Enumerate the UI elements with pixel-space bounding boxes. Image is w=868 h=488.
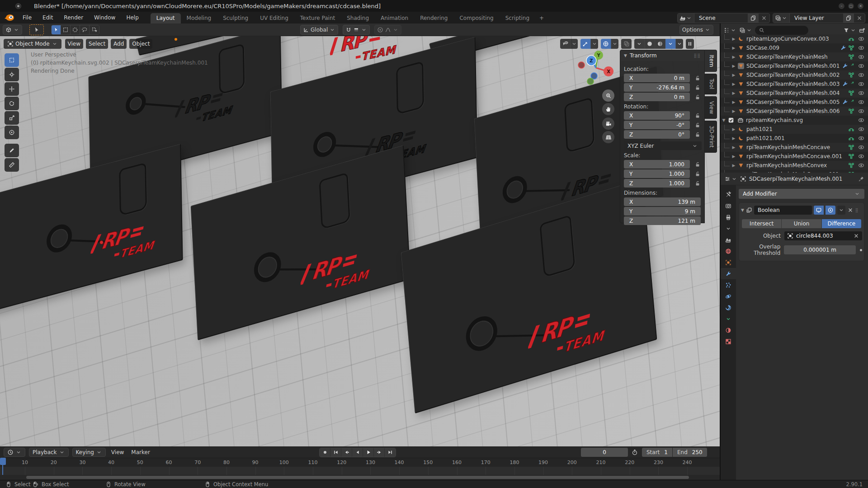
expand-icon[interactable]: ▶ (731, 145, 737, 150)
properties-tab-object[interactable] (721, 257, 736, 268)
boolean-object-field[interactable]: circle844.003 (784, 231, 862, 240)
menu-edit[interactable]: Edit (37, 12, 58, 23)
tool-scale[interactable] (5, 111, 19, 125)
outliner-row[interactable]: ▶rpiteamLogoCurveConvex.003 (721, 34, 868, 43)
properties-tab-object-data[interactable] (721, 313, 736, 324)
menu-file[interactable]: File (17, 12, 37, 23)
editor-type-selector[interactable] (3, 25, 22, 35)
transform-field-location-x[interactable]: X0 m (624, 74, 690, 82)
transport-key-prev[interactable] (341, 448, 352, 457)
add-modifier-button[interactable]: Add Modifier (739, 189, 864, 199)
current-frame-field[interactable]: 0 (581, 448, 628, 457)
outliner-display-mode-dropdown[interactable] (723, 27, 736, 33)
expand-icon[interactable]: ▶ (731, 64, 737, 68)
boolean-op-intersect[interactable]: Intersect (742, 219, 781, 228)
workspace-tab-rendering[interactable]: Rendering (414, 13, 453, 23)
transform-field-dimensions-x[interactable]: X139 m (624, 197, 701, 206)
keychain-logo-red[interactable]: RP TEAM (90, 209, 179, 273)
select-mode-tweak[interactable] (52, 25, 61, 34)
workspace-tab-uv-editing[interactable]: UV Editing (254, 13, 294, 23)
transport-key-next[interactable] (374, 448, 385, 457)
boolean-op-union[interactable]: Union (782, 219, 821, 228)
expand-icon[interactable]: ▼ (721, 118, 727, 122)
properties-tab-output[interactable] (721, 211, 736, 223)
close-button[interactable]: ✕ (858, 3, 863, 9)
select-mode-select-circle[interactable] (71, 25, 80, 34)
transform-field-scale-x[interactable]: X1.000 (624, 160, 690, 169)
outliner-row[interactable]: ▶SDCaserpiTeamKeychainMesh.002 (721, 70, 868, 80)
hide-in-viewport-toggle[interactable] (858, 108, 864, 115)
select-mode-select-extend[interactable] (90, 25, 99, 34)
tool-cursor[interactable] (5, 68, 19, 81)
new-collection-button[interactable] (859, 27, 865, 33)
outliner-row[interactable]: ▶path1021.001 (721, 134, 868, 143)
transform-orientation-dropdown[interactable]: Global (300, 25, 338, 35)
add-workspace-button[interactable]: + (535, 13, 548, 23)
frame-end-field[interactable]: End250 (673, 448, 707, 457)
lock-open-icon[interactable] (694, 75, 701, 81)
timeline-scrollbar[interactable] (0, 475, 720, 480)
outliner-row[interactable]: ▶rpiTeamKeychainMeshConcave.001 (721, 152, 868, 161)
hide-in-viewport-toggle[interactable] (858, 144, 864, 151)
clear-object-button[interactable] (853, 233, 859, 239)
hide-in-viewport-toggle[interactable] (858, 117, 864, 124)
viewport-menu-add[interactable]: Add (111, 39, 127, 49)
properties-tab-view-layer[interactable] (721, 223, 736, 234)
hide-in-viewport-toggle[interactable] (858, 36, 864, 42)
editor-divider[interactable] (720, 23, 721, 480)
unlink-scene-button[interactable] (759, 14, 769, 23)
transform-field-rotation-y[interactable]: Y-0° (624, 121, 690, 129)
properties-tab-texture[interactable] (721, 336, 736, 347)
expand-icon[interactable]: ▶ (731, 82, 737, 86)
outliner-row[interactable]: ▶SDCaserpiTeamKeychainMesh (721, 52, 868, 61)
timeline-track[interactable] (0, 467, 720, 475)
pan-hand-button[interactable] (602, 103, 614, 115)
transform-field-location-z[interactable]: Z0 m (624, 93, 690, 101)
hide-in-viewport-toggle[interactable] (858, 126, 864, 133)
transform-field-rotation-x[interactable]: X90° (624, 111, 690, 120)
outliner-row[interactable]: ▶rpiTeamKeychainMeshConcave (721, 143, 868, 152)
sidebar-tab-item[interactable]: Item (705, 50, 717, 72)
properties-tab-constraints[interactable] (721, 302, 736, 313)
sidebar-tab-view[interactable]: View (705, 96, 717, 119)
properties-tab-world[interactable] (721, 245, 736, 257)
tool-annotate[interactable] (5, 144, 19, 157)
show-in-viewport-toggle[interactable] (814, 206, 824, 215)
outliner-row[interactable]: ▶SDCase.009 (721, 43, 868, 52)
properties-tab-render[interactable] (721, 200, 736, 211)
proportional-editing-controls[interactable] (374, 25, 401, 35)
hide-in-viewport-toggle[interactable] (858, 153, 864, 160)
tool-move[interactable] (5, 82, 19, 96)
delete-modifier-button[interactable] (847, 207, 854, 214)
options-dropdown[interactable]: Options (679, 25, 713, 35)
expand-icon[interactable]: ▶ (731, 73, 737, 77)
collapse-triangle-icon[interactable]: ▼ (624, 53, 627, 58)
hide-in-viewport-toggle[interactable] (858, 54, 864, 61)
modifier-name-field[interactable]: Boolean (754, 206, 812, 215)
lock-open-icon[interactable] (694, 180, 701, 187)
tool-select-box[interactable] (5, 53, 19, 67)
collection-checkbox[interactable] (728, 117, 734, 123)
properties-tab-material[interactable] (721, 324, 736, 336)
hide-in-viewport-toggle[interactable] (858, 45, 864, 52)
expand-icon[interactable]: ▶ (731, 136, 737, 141)
shading-solid-button[interactable] (645, 39, 655, 49)
expand-icon[interactable]: ▶ (731, 109, 737, 113)
outliner-row[interactable]: ▶path1021 (721, 125, 868, 134)
boolean-op-difference[interactable]: Difference (822, 219, 861, 228)
expand-icon[interactable]: ▶ (731, 91, 737, 95)
tool-measure[interactable] (5, 158, 19, 172)
viewport-menu-view[interactable]: View (65, 39, 83, 49)
properties-tab-particles[interactable] (721, 279, 736, 291)
outliner-row[interactable]: ▶rpiTeamKeychainMeshConvex (721, 161, 868, 170)
shading-rendered-button[interactable] (665, 39, 676, 49)
properties-tab-physics[interactable] (721, 291, 736, 302)
hide-in-viewport-toggle[interactable] (858, 162, 864, 169)
transform-field-location-y[interactable]: Y-276.64 m (624, 83, 690, 92)
workspace-tab-shading[interactable]: Shading (341, 13, 375, 23)
transform-field-rotation-z[interactable]: Z0° (624, 130, 690, 139)
transform-field-scale-y[interactable]: Y1.000 (624, 169, 690, 178)
shading-dropdown[interactable] (676, 39, 683, 49)
snapping-controls[interactable] (343, 25, 370, 35)
zoom-button[interactable] (602, 89, 614, 102)
